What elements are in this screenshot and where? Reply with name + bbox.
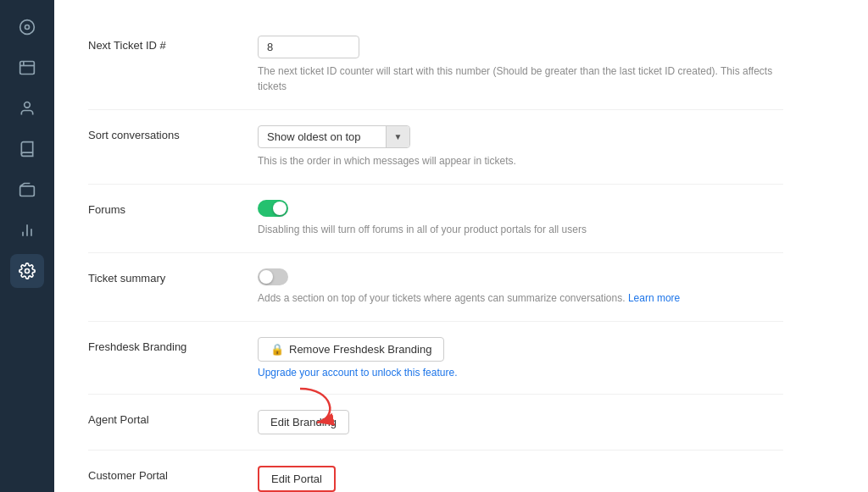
sort-conversations-label: Sort conversations [88, 125, 241, 141]
setting-row-ticket-summary: Ticket summary Adds a section on top of … [88, 253, 783, 322]
reports-icon[interactable] [10, 213, 44, 247]
next-ticket-id-label: Next Ticket ID # [88, 36, 241, 52]
svg-point-10 [25, 269, 30, 274]
svg-point-5 [25, 102, 31, 108]
remove-freshdesk-branding-button[interactable]: 🔒 Remove Freshdesk Branding [258, 337, 444, 362]
next-ticket-id-input[interactable] [258, 36, 359, 58]
forums-label: Forums [88, 200, 241, 216]
sort-conversations-description: This is the order in which messages will… [258, 153, 783, 169]
contacts-icon[interactable] [10, 91, 44, 125]
forums-toggle-thumb [273, 202, 287, 215]
settings-container: Next Ticket ID # The next ticket ID coun… [54, 0, 817, 492]
solutions-icon[interactable] [10, 132, 44, 166]
svg-point-1 [25, 25, 30, 30]
settings-main: Next Ticket ID # The next ticket ID coun… [54, 0, 868, 492]
ticket-icon[interactable] [10, 173, 44, 207]
sort-conversations-select-arrow[interactable]: ▼ [386, 126, 409, 147]
forums-toggle-track[interactable] [258, 200, 288, 217]
next-ticket-id-description: The next ticket ID counter will start wi… [258, 64, 783, 94]
next-ticket-id-control: The next ticket ID counter will start wi… [258, 36, 783, 94]
agent-portal-control: Edit Branding [258, 410, 783, 434]
setting-row-next-ticket-id: Next Ticket ID # The next ticket ID coun… [88, 20, 783, 110]
customer-portal-control: Edit Portal [258, 466, 783, 492]
sort-conversations-control: Show oldest on top Show newest on top ▼ … [258, 125, 783, 169]
freshdesk-branding-label: Freshdesk Branding [88, 337, 241, 353]
ticket-summary-toggle-track[interactable] [258, 268, 288, 285]
sort-conversations-select-wrapper[interactable]: Show oldest on top Show newest on top ▼ [258, 125, 410, 148]
settings-icon[interactable] [10, 254, 44, 288]
setting-row-customer-portal: Customer Portal Edit Portal [88, 451, 783, 492]
customer-portal-label: Customer Portal [88, 466, 241, 482]
ticket-summary-control: Adds a section on top of your tickets wh… [258, 268, 783, 306]
setting-row-forums: Forums Disabling this will turn off foru… [88, 185, 783, 253]
upgrade-account-link[interactable]: Upgrade your account to unlock this feat… [258, 367, 783, 379]
svg-rect-6 [20, 186, 35, 196]
ticket-summary-toggle-thumb [259, 270, 273, 284]
sort-conversations-select[interactable]: Show oldest on top Show newest on top [259, 126, 386, 147]
svg-point-0 [20, 20, 35, 35]
forums-description: Disabling this will turn off forums in a… [258, 222, 783, 237]
ticket-summary-toggle[interactable] [258, 268, 783, 285]
forums-control: Disabling this will turn off forums in a… [258, 200, 783, 237]
edit-portal-button[interactable]: Edit Portal [258, 466, 336, 492]
setting-row-sort-conversations: Sort conversations Show oldest on top Sh… [88, 110, 783, 185]
home-icon[interactable] [10, 10, 44, 44]
forums-toggle[interactable] [258, 200, 783, 217]
ticket-summary-label: Ticket summary [88, 268, 241, 285]
ticket-summary-learn-more-link[interactable]: Learn more [628, 292, 680, 304]
agent-portal-label: Agent Portal [88, 410, 241, 426]
lock-icon: 🔒 [270, 343, 284, 356]
edit-branding-button[interactable]: Edit Branding [258, 410, 349, 434]
sidebar [0, 0, 54, 492]
svg-rect-2 [20, 62, 35, 75]
freshdesk-branding-control: 🔒 Remove Freshdesk Branding Upgrade your… [258, 337, 783, 379]
ticket-summary-description: Adds a section on top of your tickets wh… [258, 290, 783, 306]
inbox-icon[interactable] [10, 51, 44, 85]
setting-row-freshdesk-branding: Freshdesk Branding 🔒 Remove Freshdesk Br… [88, 322, 783, 395]
setting-row-agent-portal: Agent Portal Edit Branding [88, 395, 783, 451]
